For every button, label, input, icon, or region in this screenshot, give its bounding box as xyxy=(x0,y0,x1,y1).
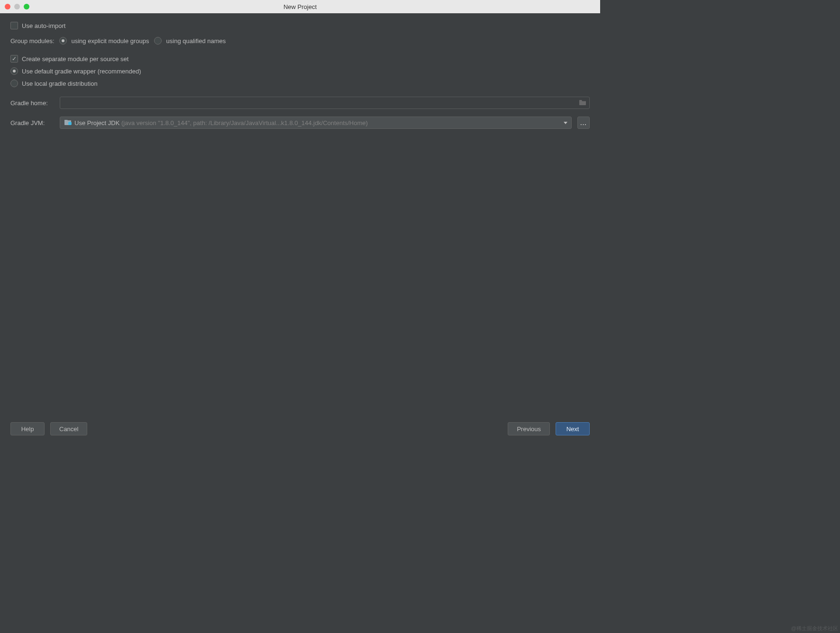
group-explicit-label: using explicit module groups xyxy=(72,37,149,45)
footer-right: Previous Next xyxy=(508,422,590,435)
dialog-content: Use auto-import Group modules: using exp… xyxy=(0,13,600,452)
separate-module-checkbox[interactable] xyxy=(10,55,18,63)
gradle-jvm-label: Gradle JVM: xyxy=(10,119,54,127)
wrapper-default-label: Use default gradle wrapper (recommended) xyxy=(22,68,141,75)
gradle-jvm-dropdown[interactable]: Use Project JDK (java version "1.8.0_144… xyxy=(60,117,572,129)
wrapper-default-radio[interactable] xyxy=(10,67,18,75)
new-project-window: New Project Use auto-import Group module… xyxy=(0,0,600,452)
wrapper-local-row: Use local gradle distribution xyxy=(10,80,590,87)
spacer xyxy=(10,136,590,422)
gradle-jvm-detail: (java version "1.8.0_144", path: /Librar… xyxy=(119,119,368,127)
help-button[interactable]: Help xyxy=(10,422,45,435)
separate-module-row: Create separate module per source set xyxy=(10,55,590,63)
gradle-jvm-browse-button[interactable]: ... xyxy=(577,117,590,129)
group-modules-label: Group modules: xyxy=(10,37,55,45)
traffic-lights xyxy=(5,4,29,9)
auto-import-checkbox[interactable] xyxy=(10,22,18,29)
minimize-window-button[interactable] xyxy=(14,4,20,9)
chevron-down-icon xyxy=(564,122,567,124)
maximize-window-button[interactable] xyxy=(24,4,29,9)
gradle-home-row: Gradle home: xyxy=(10,97,590,109)
close-window-button[interactable] xyxy=(5,4,10,9)
cancel-button[interactable]: Cancel xyxy=(50,422,87,435)
separate-module-label: Create separate module per source set xyxy=(22,55,128,63)
gradle-home-label: Gradle home: xyxy=(10,99,54,107)
group-modules-row: Group modules: using explicit module gro… xyxy=(10,37,590,45)
folder-icon[interactable] xyxy=(579,99,586,107)
wrapper-local-label: Use local gradle distribution xyxy=(22,80,98,87)
group-explicit-radio[interactable] xyxy=(59,37,67,45)
jdk-icon xyxy=(64,119,72,127)
dialog-footer: Help Cancel Previous Next xyxy=(10,422,590,444)
next-button[interactable]: Next xyxy=(556,422,590,435)
previous-button[interactable]: Previous xyxy=(508,422,550,435)
wrapper-default-row: Use default gradle wrapper (recommended) xyxy=(10,67,590,75)
svg-point-0 xyxy=(68,122,72,124)
gradle-jvm-selected: Use Project JDK xyxy=(74,119,119,127)
gradle-jvm-row: Gradle JVM: Use Project JDK (java versio… xyxy=(10,117,590,129)
gradle-jvm-text: Use Project JDK (java version "1.8.0_144… xyxy=(74,119,368,127)
gradle-home-field[interactable] xyxy=(60,97,590,109)
footer-left: Help Cancel xyxy=(10,422,87,435)
group-qualified-label: using qualified names xyxy=(166,37,226,45)
group-qualified-radio[interactable] xyxy=(154,37,162,45)
auto-import-row: Use auto-import xyxy=(10,22,590,29)
window-title: New Project xyxy=(5,3,595,10)
wrapper-local-radio[interactable] xyxy=(10,80,18,87)
titlebar: New Project xyxy=(0,0,600,13)
auto-import-label: Use auto-import xyxy=(22,22,65,29)
